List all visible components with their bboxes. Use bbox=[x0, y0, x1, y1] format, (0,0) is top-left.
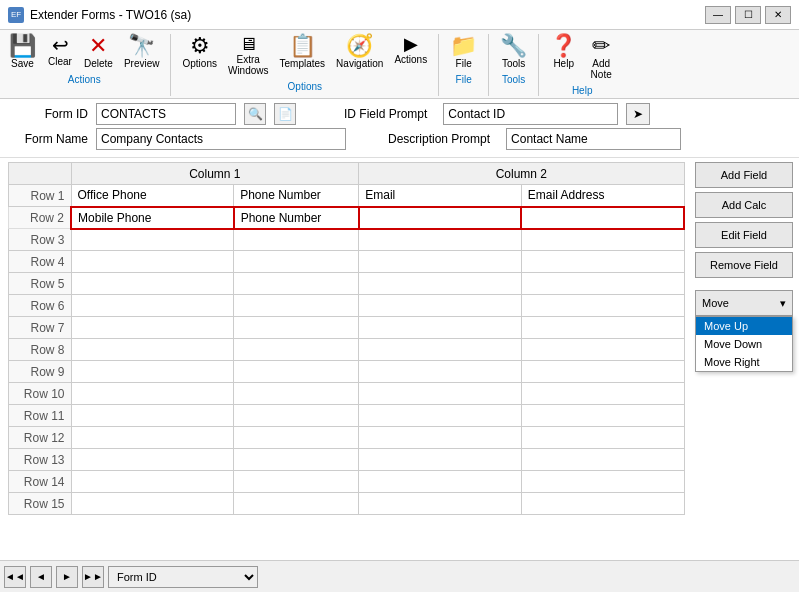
table-row[interactable]: Row 11 bbox=[9, 405, 685, 427]
col1-type bbox=[234, 295, 359, 317]
col2-field bbox=[359, 229, 522, 251]
preview-button[interactable]: 🔭 Preview bbox=[119, 32, 165, 72]
delete-button[interactable]: ✕ Delete bbox=[79, 32, 118, 72]
templates-button[interactable]: 📋 Templates bbox=[275, 32, 331, 72]
row-label: Row 15 bbox=[9, 493, 72, 515]
ribbon-sep-1 bbox=[170, 34, 171, 96]
form-name-input[interactable] bbox=[96, 128, 346, 150]
tools-button[interactable]: 🔧 Tools bbox=[495, 32, 532, 72]
id-field-arrow-button[interactable]: ➤ bbox=[626, 103, 650, 125]
move-dropdown-icon: ▾ bbox=[780, 297, 786, 310]
ribbon: 💾 Save ↩ Clear ✕ Delete 🔭 Preview bbox=[0, 30, 799, 99]
nav-first-button[interactable]: ◄◄ bbox=[4, 566, 26, 588]
form-name-label: Form Name bbox=[8, 132, 88, 146]
row-label: Row 11 bbox=[9, 405, 72, 427]
table-row[interactable]: Row 1Office PhonePhone NumberEmailEmail … bbox=[9, 185, 685, 207]
col1-type bbox=[234, 405, 359, 427]
extra-windows-button[interactable]: 🖥 ExtraWindows bbox=[223, 32, 274, 79]
col1-field bbox=[71, 317, 234, 339]
row-label: Row 12 bbox=[9, 427, 72, 449]
clear-button[interactable]: ↩ Clear bbox=[42, 32, 78, 70]
move-right-item[interactable]: Move Right bbox=[696, 353, 792, 371]
move-button[interactable]: Move ▾ bbox=[695, 290, 793, 316]
tools-group-label: Tools bbox=[495, 72, 532, 87]
ribbon-group-file: 📁 File File bbox=[445, 32, 482, 87]
edit-field-button[interactable]: Edit Field bbox=[695, 222, 793, 248]
nav-field-select[interactable]: Form ID bbox=[108, 566, 258, 588]
col2-field bbox=[359, 361, 522, 383]
id-field-prompt-input[interactable] bbox=[443, 103, 618, 125]
help-button[interactable]: ❓ Help bbox=[545, 32, 582, 72]
file-group-label: File bbox=[445, 72, 482, 87]
close-button[interactable]: ✕ bbox=[765, 6, 791, 24]
table-row[interactable]: Row 5 bbox=[9, 273, 685, 295]
actions-icon: ▶ bbox=[404, 35, 418, 53]
col2-type bbox=[521, 273, 684, 295]
desc-prompt-input[interactable] bbox=[506, 128, 681, 150]
save-button[interactable]: 💾 Save bbox=[4, 32, 41, 72]
table-row[interactable]: Row 6 bbox=[9, 295, 685, 317]
move-container: Move ▾ Move Up Move Down Move Right bbox=[695, 290, 793, 316]
table-row[interactable]: Row 4 bbox=[9, 251, 685, 273]
right-panel: Add Field Add Calc Edit Field Remove Fie… bbox=[689, 158, 799, 560]
col1-type bbox=[234, 251, 359, 273]
col1-field bbox=[71, 361, 234, 383]
table-row[interactable]: Row 3 bbox=[9, 229, 685, 251]
form-id-input[interactable] bbox=[96, 103, 236, 125]
window-controls[interactable]: — ☐ ✕ bbox=[705, 6, 791, 24]
navigation-button[interactable]: 🧭 Navigation bbox=[331, 32, 388, 72]
main-content: Column 1 Column 2 Row 1Office PhonePhone… bbox=[0, 158, 799, 560]
col1-field bbox=[71, 383, 234, 405]
move-down-item[interactable]: Move Down bbox=[696, 335, 792, 353]
col2-type bbox=[521, 427, 684, 449]
row-label: Row 13 bbox=[9, 449, 72, 471]
row-label: Row 2 bbox=[9, 207, 72, 229]
nav-last-button[interactable]: ►► bbox=[82, 566, 104, 588]
col2-type bbox=[521, 295, 684, 317]
table-row[interactable]: Row 2Mobile PhonePhone Number bbox=[9, 207, 685, 229]
row-label: Row 1 bbox=[9, 185, 72, 207]
form-id-browse-button[interactable]: 📄 bbox=[274, 103, 296, 125]
row-label: Row 3 bbox=[9, 229, 72, 251]
templates-icon: 📋 bbox=[289, 35, 316, 57]
col2-field bbox=[359, 383, 522, 405]
table-row[interactable]: Row 7 bbox=[9, 317, 685, 339]
move-dropdown-menu: Move Up Move Down Move Right bbox=[695, 316, 793, 372]
row-label: Row 9 bbox=[9, 361, 72, 383]
table-row[interactable]: Row 12 bbox=[9, 427, 685, 449]
add-field-button[interactable]: Add Field bbox=[695, 162, 793, 188]
file-button[interactable]: 📁 File bbox=[445, 32, 482, 72]
nav-prev-button[interactable]: ◄ bbox=[30, 566, 52, 588]
actions-button[interactable]: ▶ Actions bbox=[389, 32, 432, 68]
row-label: Row 8 bbox=[9, 339, 72, 361]
col1-type bbox=[234, 493, 359, 515]
col1-type bbox=[234, 317, 359, 339]
nav-next-button[interactable]: ► bbox=[56, 566, 78, 588]
add-calc-button[interactable]: Add Calc bbox=[695, 192, 793, 218]
table-row[interactable]: Row 13 bbox=[9, 449, 685, 471]
col1-type bbox=[234, 427, 359, 449]
table-row[interactable]: Row 14 bbox=[9, 471, 685, 493]
add-note-button[interactable]: ✏ AddNote bbox=[583, 32, 619, 83]
row-label: Row 7 bbox=[9, 317, 72, 339]
remove-field-button[interactable]: Remove Field bbox=[695, 252, 793, 278]
move-up-item[interactable]: Move Up bbox=[696, 317, 792, 335]
form-id-search-button[interactable]: 🔍 bbox=[244, 103, 266, 125]
table-row[interactable]: Row 8 bbox=[9, 339, 685, 361]
col2-type bbox=[521, 449, 684, 471]
maximize-button[interactable]: ☐ bbox=[735, 6, 761, 24]
minimize-button[interactable]: — bbox=[705, 6, 731, 24]
move-label: Move bbox=[702, 297, 729, 309]
col2-field bbox=[359, 207, 522, 229]
table-row[interactable]: Row 15 bbox=[9, 493, 685, 515]
title-bar: EF Extender Forms - TWO16 (sa) — ☐ ✕ bbox=[0, 0, 799, 30]
col1-field bbox=[71, 493, 234, 515]
col1-field bbox=[71, 471, 234, 493]
status-bar: ◄◄ ◄ ► ►► Form ID bbox=[0, 560, 799, 592]
table-row[interactable]: Row 10 bbox=[9, 383, 685, 405]
options-button[interactable]: ⚙ Options bbox=[177, 32, 221, 72]
ribbon-group-options: ⚙ Options 🖥 ExtraWindows 📋 Templates 🧭 N… bbox=[177, 32, 432, 94]
col1-field bbox=[71, 405, 234, 427]
table-row[interactable]: Row 9 bbox=[9, 361, 685, 383]
col2-field: Email bbox=[359, 185, 522, 207]
